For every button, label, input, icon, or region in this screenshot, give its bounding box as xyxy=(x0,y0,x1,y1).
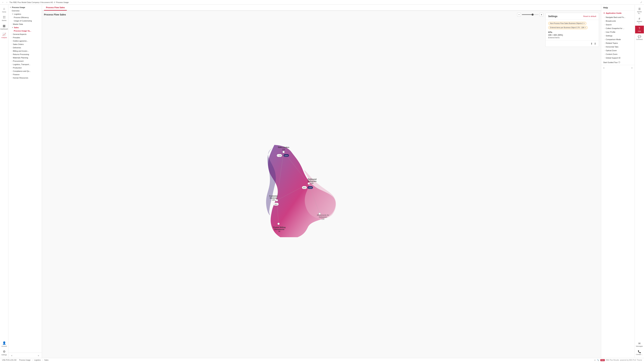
far-right-contact[interactable]: 📞 Contact ... xyxy=(635,349,644,357)
chart-area: Process Flow Sales − + xyxy=(42,11,545,358)
far-right-related[interactable]: # Related T... xyxy=(635,16,644,25)
label-sales-orders-1: Sales Orders xyxy=(278,146,289,148)
nav-human-resources[interactable]: › Human Resources xyxy=(8,76,42,80)
nav-tree: ▼ Process Usage Overview ▼ Logistics Pro… xyxy=(8,5,42,352)
help-item-content-zoom[interactable]: › Content Zoom xyxy=(601,52,634,56)
nav-process-usage-va[interactable]: Process Usage Va... xyxy=(8,29,42,32)
label-movements-3: 11K xyxy=(322,218,324,220)
nav-compliance[interactable]: › Compliance and Qu... xyxy=(8,70,42,73)
reset-to-default-button[interactable]: Reset to default xyxy=(583,15,596,17)
nav-overview-label: Overview xyxy=(12,10,20,12)
nav-usage-of-customizing[interactable]: Usage of Customizing xyxy=(8,19,42,22)
nav-expand-button[interactable]: » xyxy=(38,354,39,357)
label-customer-3: 10K xyxy=(272,199,275,201)
help-item-comparison[interactable]: › Comparison Mode xyxy=(601,38,634,41)
nav-sales[interactable]: ▼ Sales xyxy=(8,26,42,29)
nav-sales-label: Sales xyxy=(14,26,19,28)
help-item-search[interactable]: › Search xyxy=(601,23,634,26)
node-dot-sales-orders xyxy=(282,151,284,153)
nav-outline-agreement[interactable]: › Outline agreeme... xyxy=(8,39,42,42)
nav-outline-agreement-label: Outline agreeme... xyxy=(13,40,28,42)
label-movements-1: Movements for xyxy=(317,214,330,216)
nav-general-aspects-arrow: › xyxy=(12,34,12,35)
topbar-expand-button[interactable]: ⤢ xyxy=(640,1,643,4)
settings-body: Non-Process Flow Sales Business Objects … xyxy=(546,20,599,40)
settings-title: Settings xyxy=(548,15,558,18)
help-item-user-profile[interactable]: › User Profile xyxy=(601,30,634,34)
help-item-collect-snapshot[interactable]: › Collect Snapshot for ... xyxy=(601,26,634,30)
far-right-help[interactable]: ? Help xyxy=(635,26,644,34)
sidebar-item-account[interactable]: 👤 Account xyxy=(0,340,8,348)
help-item-breadcrumb[interactable]: › Breadcrumb xyxy=(601,19,634,23)
nav-finance[interactable]: › Finance xyxy=(8,73,42,76)
nav-logistics[interactable]: ▼ Logistics xyxy=(8,12,42,16)
nav-forward-button[interactable]: › xyxy=(5,1,8,4)
help-nav-arrow: › xyxy=(604,16,605,18)
sidebar-item-stories[interactable]: ☷ Stories xyxy=(0,14,8,22)
nav-finance-arrow: › xyxy=(12,74,12,75)
far-right-stories[interactable]: ☰ Stories Tu... xyxy=(635,6,644,16)
help-expand-button[interactable]: » xyxy=(631,66,632,69)
nav-deliveries[interactable]: › Deliveries xyxy=(8,46,42,49)
far-right-bar: ☰ Stories Tu... # Related T... ? Help 💬 … xyxy=(634,5,644,358)
nav-returns-label: Returns Processing xyxy=(13,53,29,55)
help-item-navigate[interactable]: › Navigate Back and Fo... xyxy=(601,16,634,19)
badge-lt1-text: < 1% xyxy=(278,155,281,156)
nav-presales[interactable]: › Presales xyxy=(8,36,42,39)
help-item-horizontal-tabs[interactable]: › Horizontal Tabs xyxy=(601,45,634,49)
nav-back-button[interactable]: ‹ xyxy=(1,1,4,4)
help-item-settings-label: Settings xyxy=(606,35,612,37)
far-right-comment[interactable]: 💬 Comment xyxy=(635,34,644,42)
nav-process-efficiency[interactable]: Process Efficiency xyxy=(8,16,42,19)
sidebar-item-analysis[interactable]: 📈 Analysis xyxy=(0,32,8,40)
help-item-global-support[interactable]: › Global Support ID xyxy=(601,56,634,60)
kpi-sub: Entered items xyxy=(548,36,596,38)
help-item-related-label: Related Topics xyxy=(606,42,618,44)
nav-overview[interactable]: Overview xyxy=(8,9,42,12)
badge-99-2-text: 99% xyxy=(274,204,278,205)
nav-materials-planning[interactable]: › Materials Planning xyxy=(8,56,42,60)
settings-collapse-down-button[interactable]: ⬇ xyxy=(594,42,596,45)
zoom-controls: − + xyxy=(517,13,543,16)
nav-presales-label: Presales xyxy=(13,36,20,38)
settings-tag-2-text: Entered items per Business Object 3.7K -… xyxy=(550,27,586,28)
nav-logistics-transport[interactable]: › Logistics, Transport... xyxy=(8,63,42,66)
nav-production[interactable]: › Production xyxy=(8,66,42,70)
help-item-settings[interactable]: › Settings xyxy=(601,34,634,38)
nav-master-data[interactable]: › Master Data xyxy=(8,22,42,26)
help-item-optical-zoom[interactable]: › Optical Zoom xyxy=(601,49,634,52)
zoom-in-button[interactable]: + xyxy=(540,13,543,16)
help-collapse-button[interactable]: « xyxy=(603,66,604,69)
label-billing-1: Posted Billing xyxy=(273,226,286,228)
help-item-related-topics[interactable]: › Related Topics xyxy=(601,41,634,45)
help-content-arrow: › xyxy=(604,53,605,55)
nav-procurement[interactable]: › Procurement xyxy=(8,60,42,63)
messages-icon: ✉ xyxy=(638,342,640,345)
nav-finance-label: Finance xyxy=(13,74,20,76)
nav-collapse-button[interactable]: « xyxy=(11,354,12,357)
sidebar-item-settings-label: Settings xyxy=(1,354,7,356)
zoom-slider[interactable] xyxy=(522,14,538,15)
sidebar-item-dashboard-label: Dashboard xyxy=(0,28,8,30)
nav-process-usage-header[interactable]: ▼ Process Usage xyxy=(8,6,42,9)
tab-process-flow-sales[interactable]: Process Flow Sales xyxy=(44,5,67,10)
nav-returns[interactable]: › Returns Processing xyxy=(8,53,42,56)
help-section-title[interactable]: ▼ Application Guide xyxy=(601,11,634,16)
settings-tag-2[interactable]: Entered items per Business Object 3.7K -… xyxy=(548,26,588,29)
help-global-arrow: › xyxy=(604,57,605,59)
nav-sales-orders[interactable]: › Sales Orders xyxy=(8,42,42,46)
contact-icon: 📞 xyxy=(638,350,641,353)
sidebar-item-dashboard[interactable]: ▦ Dashboard xyxy=(0,23,8,31)
settings-collapse-up-button[interactable]: ⬆ xyxy=(590,42,593,45)
nav-general-aspects[interactable]: › General Aspects xyxy=(8,32,42,36)
far-right-messages[interactable]: ✉ Messages xyxy=(635,340,644,348)
sidebar-item-home[interactable]: ⌂ Home xyxy=(0,6,8,14)
help-start-tour[interactable]: Start Guided Tour ⓘ xyxy=(601,60,634,65)
statusbar-warning-icon: ⚠ xyxy=(594,359,596,361)
settings-tag-1[interactable]: Non-Process Flow Sales Business Objects … xyxy=(548,22,586,25)
statusbar-logo: RBE xyxy=(600,359,605,361)
help-item-content-label: Content Zoom xyxy=(606,53,618,55)
zoom-out-button[interactable]: − xyxy=(517,13,521,16)
sidebar-item-settings[interactable]: ⚙ Settings xyxy=(0,349,8,357)
nav-billing[interactable]: › Billing and Invoici... xyxy=(8,49,42,53)
